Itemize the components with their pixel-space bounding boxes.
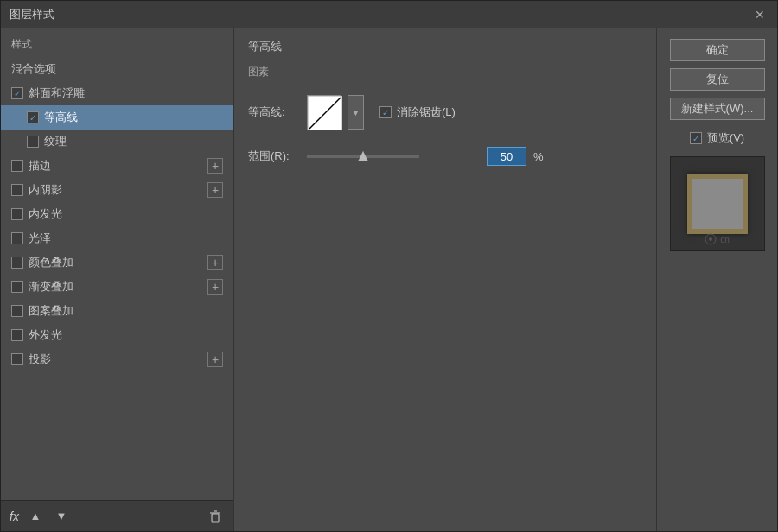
pattern-overlay-checkbox[interactable] — [11, 305, 23, 317]
blend-label: 混合选项 — [11, 61, 56, 77]
layer-style-dialog: 图层样式 ✕ 样式 混合选项 斜面和浮雕 等高线 — [0, 0, 778, 532]
dialog-title: 图层样式 — [10, 7, 54, 22]
bevel-label: 斜面和浮雕 — [29, 86, 85, 101]
preview-checkbox[interactable] — [690, 132, 702, 144]
sidebar-item-gradient-overlay[interactable]: 渐变叠加 + — [1, 275, 233, 299]
title-bar: 图层样式 ✕ — [1, 1, 777, 28]
sidebar-item-bevel[interactable]: 斜面和浮雕 — [1, 81, 233, 105]
thumbnail-layer-preview — [687, 174, 748, 234]
gradient-overlay-add-button[interactable]: + — [207, 279, 223, 294]
inner-glow-checkbox[interactable] — [11, 208, 23, 220]
sidebar-item-satin[interactable]: 光泽 — [1, 226, 233, 250]
outer-glow-label: 外发光 — [29, 327, 62, 343]
preview-label: 预览(V) — [707, 130, 744, 146]
center-panel: 等高线 图素 等高线: ▼ 消除锯齿(L) — [234, 28, 656, 531]
inner-shadow-add-button[interactable]: + — [207, 182, 223, 198]
outer-glow-checkbox[interactable] — [11, 329, 23, 341]
gradient-overlay-label: 渐变叠加 — [29, 279, 73, 294]
satin-checkbox[interactable] — [11, 232, 23, 244]
stroke-label: 描边 — [29, 158, 51, 174]
drop-shadow-add-button[interactable]: + — [207, 352, 223, 367]
sidebar-item-pattern-overlay[interactable]: 图案叠加 — [1, 299, 233, 323]
anti-alias-row[interactable]: 消除锯齿(L) — [379, 104, 456, 120]
svg-rect-0 — [212, 514, 219, 522]
sidebar-item-texture[interactable]: 纹理 — [1, 130, 233, 154]
color-overlay-add-button[interactable]: + — [207, 255, 223, 270]
pattern-overlay-label: 图案叠加 — [29, 303, 73, 319]
fx-label: fx — [10, 510, 19, 523]
gradient-overlay-checkbox[interactable] — [11, 281, 23, 293]
sidebar-item-drop-shadow[interactable]: 投影 + — [1, 347, 233, 371]
close-button[interactable]: ✕ — [751, 6, 768, 23]
percent-label: % — [533, 150, 544, 163]
contour-dropdown-button[interactable]: ▼ — [348, 95, 364, 130]
move-up-button[interactable]: ▲ — [26, 507, 45, 526]
section-title: 等高线 — [248, 39, 642, 54]
contour-label: 等高线 — [44, 110, 78, 125]
contour-row: 等高线: ▼ 消除锯齿(L) — [248, 95, 642, 130]
left-bottom-toolbar: fx ▲ ▼ — [1, 500, 233, 531]
delete-button[interactable] — [206, 507, 225, 526]
sub-section-title: 图素 — [248, 65, 642, 79]
ok-button[interactable]: 确定 — [670, 39, 765, 61]
move-down-button[interactable]: ▼ — [52, 507, 71, 526]
color-overlay-label: 颜色叠加 — [29, 255, 73, 270]
range-slider-container — [307, 155, 480, 158]
effects-list: 斜面和浮雕 等高线 纹理 描边 + — [1, 81, 233, 500]
range-row: 范围(R): 50 % — [248, 147, 642, 166]
blend-options-item[interactable]: 混合选项 — [1, 57, 233, 81]
range-slider[interactable] — [307, 155, 419, 158]
satin-label: 光泽 — [29, 231, 51, 246]
reset-button[interactable]: 复位 — [670, 68, 765, 91]
preview-row[interactable]: 预览(V) — [690, 130, 744, 146]
style-label: 样式 — [11, 37, 223, 52]
drop-shadow-label: 投影 — [29, 352, 51, 367]
new-style-button[interactable]: 新建样式(W)... — [670, 98, 765, 120]
sidebar-item-inner-glow[interactable]: 内发光 — [1, 202, 233, 226]
drop-shadow-checkbox[interactable] — [11, 353, 23, 365]
anti-alias-checkbox[interactable] — [379, 106, 392, 118]
sidebar-item-inner-shadow[interactable]: 内阴影 + — [1, 178, 233, 202]
inner-shadow-checkbox[interactable] — [11, 184, 23, 196]
sidebar-item-color-overlay[interactable]: 颜色叠加 + — [1, 250, 233, 275]
texture-checkbox[interactable] — [27, 136, 39, 148]
preview-thumbnail: cn — [670, 156, 765, 251]
inner-shadow-label: 内阴影 — [29, 182, 62, 198]
range-value-input[interactable]: 50 — [487, 147, 526, 166]
stroke-add-button[interactable]: + — [207, 158, 223, 174]
contour-curve-preview[interactable] — [307, 95, 341, 130]
contour-checkbox[interactable] — [27, 111, 39, 124]
dialog-body: 样式 混合选项 斜面和浮雕 等高线 纹理 — [1, 28, 777, 531]
color-overlay-checkbox[interactable] — [11, 256, 23, 269]
watermark: cn — [671, 233, 764, 245]
range-label: 范围(R): — [248, 149, 300, 164]
style-header: 样式 — [1, 28, 233, 57]
texture-label: 纹理 — [44, 134, 67, 149]
anti-alias-label: 消除锯齿(L) — [397, 104, 456, 120]
sidebar-item-outer-glow[interactable]: 外发光 — [1, 323, 233, 347]
right-panel: 确定 复位 新建样式(W)... 预览(V) cn — [656, 28, 777, 531]
contour-form-label: 等高线: — [248, 104, 300, 120]
sidebar-item-contour[interactable]: 等高线 — [1, 105, 233, 130]
bevel-checkbox[interactable] — [11, 87, 23, 99]
svg-point-6 — [709, 238, 712, 241]
inner-glow-label: 内发光 — [29, 206, 62, 222]
left-panel: 样式 混合选项 斜面和浮雕 等高线 纹理 — [1, 28, 234, 531]
sidebar-item-stroke[interactable]: 描边 + — [1, 154, 233, 178]
stroke-checkbox[interactable] — [11, 160, 23, 172]
